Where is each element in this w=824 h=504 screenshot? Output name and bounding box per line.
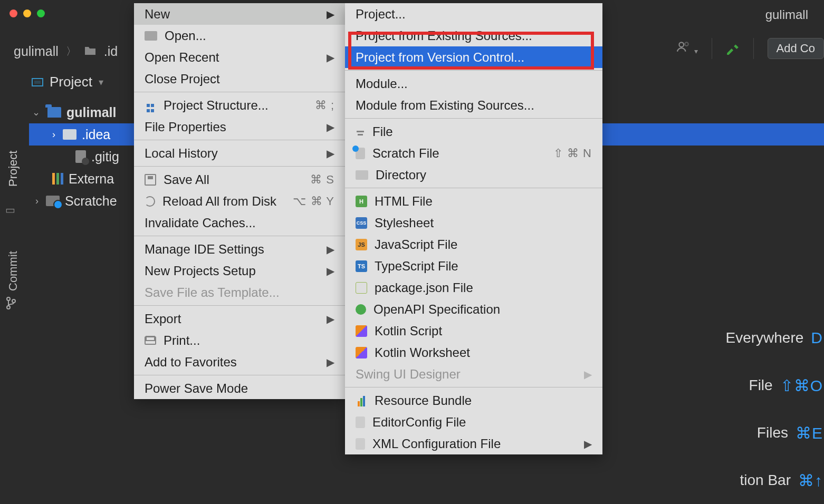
chevron-down-icon[interactable]: ⌄: [32, 106, 40, 118]
menu-item-project-structure[interactable]: Project Structure... ⌘ ;: [134, 94, 345, 116]
chevron-right-icon[interactable]: ›: [52, 129, 55, 140]
menu-item-editorconfig[interactable]: EditorConfig File: [345, 411, 602, 433]
chevron-right-icon: 〉: [66, 44, 76, 59]
save-icon: [145, 174, 156, 186]
menu-item-open-recent[interactable]: Open Recent ▶: [134, 46, 345, 68]
menu-item-directory[interactable]: Directory: [345, 164, 602, 186]
menu-item-new-project[interactable]: Project...: [345, 3, 602, 25]
folder-icon: [84, 44, 97, 59]
menu-separator: [134, 236, 345, 236]
project-panel-header[interactable]: Project ▾: [32, 74, 103, 90]
menu-item-stylesheet[interactable]: CSSStylesheet: [345, 212, 602, 234]
libraries-icon: [52, 173, 63, 185]
editorconfig-icon: [356, 416, 365, 428]
hint-shortcut: ⌘↑: [798, 471, 823, 490]
menu-item-resource-bundle[interactable]: Resource Bundle: [345, 390, 602, 411]
menu-label: JavaScript File: [375, 237, 457, 252]
svg-point-3: [7, 306, 10, 309]
menu-item-project-vcs[interactable]: Project from Version Control...: [345, 46, 602, 68]
maximize-window-icon[interactable]: [37, 9, 45, 17]
window-traffic-lights[interactable]: [9, 9, 45, 17]
close-window-icon[interactable]: [9, 9, 17, 17]
menu-label: Project Structure...: [164, 98, 269, 113]
menu-item-kotlin-worksheet[interactable]: Kotlin Worksheet: [345, 342, 602, 363]
menu-label: Invalidate Caches...: [145, 216, 256, 230]
menu-label: Directory: [376, 168, 426, 182]
hint-label: tion Bar: [740, 472, 791, 489]
menu-label: XML Configuration File: [372, 437, 501, 451]
resource-bundle-icon: [356, 395, 367, 406]
css-icon: CSS: [356, 217, 367, 229]
menu-item-swing-designer[interactable]: Swing UI Designer ▶: [345, 363, 602, 385]
menu-item-print[interactable]: Print...: [134, 329, 345, 351]
menu-item-typescript-file[interactable]: TSTypeScript File: [345, 255, 602, 277]
menu-label: Project from Existing Sources...: [356, 28, 532, 43]
menu-item-add-favorites[interactable]: Add to Favorites ▶: [134, 351, 345, 373]
menu-item-invalidate-caches[interactable]: Invalidate Caches...: [134, 212, 345, 234]
hint-label: Files: [757, 424, 788, 441]
menu-item-new-projects-setup[interactable]: New Projects Setup ▶: [134, 260, 345, 282]
print-icon: [145, 336, 156, 345]
menu-item-export[interactable]: Export ▶: [134, 308, 345, 329]
typescript-icon: TS: [356, 260, 367, 272]
add-configuration-button[interactable]: Add Co: [768, 38, 824, 59]
menu-item-new-module[interactable]: Module...: [345, 73, 602, 94]
submenu-arrow-icon: ▶: [327, 121, 334, 133]
menu-label: package.json File: [375, 280, 473, 295]
menu-label: Kotlin Worksheet: [375, 345, 470, 360]
chevron-right-icon[interactable]: ›: [35, 196, 39, 207]
menu-label: Scratch File: [372, 146, 439, 161]
menu-label: Project from Version Control...: [356, 50, 524, 65]
build-button[interactable]: [726, 42, 740, 55]
menu-shortcut: ⌥ ⌘ Y: [293, 195, 334, 208]
file-menu[interactable]: New ▶ Open... Open Recent ▶ Close Projec…: [134, 3, 345, 399]
tool-window-project-tab[interactable]: Project: [6, 151, 20, 187]
menu-item-save-all[interactable]: Save All ⌘ S: [134, 169, 345, 190]
menu-item-new-file[interactable]: File: [345, 121, 602, 142]
menu-item-manage-ide[interactable]: Manage IDE Settings ▶: [134, 238, 345, 260]
menu-label: Print...: [164, 333, 200, 348]
menu-item-openapi[interactable]: OpenAPI Specification: [345, 298, 602, 320]
menu-shortcut: ⌘ ;: [315, 99, 334, 112]
toolbar-right: ▾ Add Co: [676, 38, 824, 59]
menu-item-module-existing[interactable]: Module from Existing Sources...: [345, 94, 602, 116]
menu-item-reload[interactable]: Reload All from Disk ⌥ ⌘ Y: [134, 190, 345, 212]
new-submenu[interactable]: Project... Project from Existing Sources…: [345, 3, 602, 454]
toolbar-divider: [712, 38, 712, 59]
chevron-down-icon[interactable]: ▾: [99, 76, 103, 88]
menu-item-file-properties[interactable]: File Properties ▶: [134, 116, 345, 138]
menu-item-xml-config[interactable]: XML Configuration File ▶: [345, 433, 602, 454]
breadcrumb-folder[interactable]: .id: [104, 44, 118, 59]
hint-shortcut: ⇧⌘O: [780, 376, 823, 395]
menu-item-scratch-file[interactable]: Scratch File ⇧ ⌘ N: [345, 142, 602, 164]
folder-icon: [356, 170, 368, 180]
menu-item-project-existing[interactable]: Project from Existing Sources...: [345, 25, 602, 46]
menu-item-javascript-file[interactable]: JSJavaScript File: [345, 234, 602, 255]
file-icon: [356, 126, 365, 138]
breadcrumb[interactable]: gulimall 〉 .id: [14, 44, 118, 59]
menu-item-open[interactable]: Open...: [134, 25, 345, 46]
minimize-window-icon[interactable]: [23, 9, 31, 17]
scratches-icon: [46, 196, 60, 206]
tool-window-commit-tab[interactable]: Commit: [6, 251, 20, 291]
breadcrumb-root[interactable]: gulimall: [14, 44, 59, 59]
menu-item-close-project[interactable]: Close Project: [134, 68, 345, 90]
menu-item-new[interactable]: New ▶: [134, 3, 345, 25]
menu-separator: [134, 375, 345, 375]
menu-item-package-json[interactable]: package.json File: [345, 277, 602, 298]
menu-shortcut: ⌘ S: [310, 173, 334, 187]
menu-separator: [134, 140, 345, 140]
user-icon[interactable]: ▾: [676, 40, 697, 57]
menu-item-local-history[interactable]: Local History ▶: [134, 142, 345, 164]
menu-label: Open Recent: [145, 50, 219, 65]
menu-item-html-file[interactable]: HHTML File: [345, 190, 602, 212]
file-icon[interactable]: ▭: [5, 203, 15, 216]
tree-label: Scratche: [65, 193, 117, 209]
branch-icon[interactable]: [6, 296, 16, 312]
menu-item-kotlin-script[interactable]: Kotlin Script: [345, 320, 602, 342]
scratch-file-icon: [356, 148, 365, 159]
submenu-arrow-icon: ▶: [327, 313, 334, 325]
menu-label: Add to Favorites: [145, 355, 237, 370]
xml-icon: [356, 438, 365, 450]
menu-item-power-save[interactable]: Power Save Mode: [134, 377, 345, 399]
